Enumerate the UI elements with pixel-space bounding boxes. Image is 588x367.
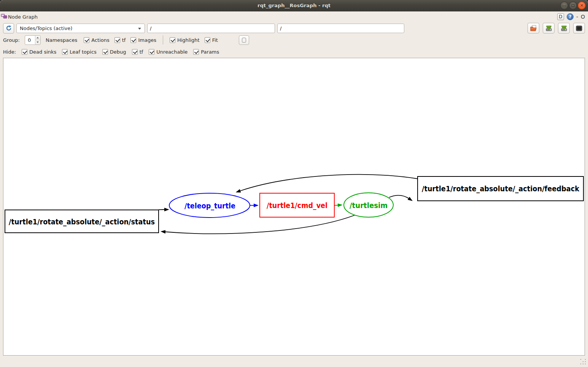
- namespace-filter-input[interactable]: [147, 24, 275, 33]
- checkbox-label: Unreachable: [156, 49, 188, 55]
- options-row: Group: 0 Namespaces Actions tf Images Hi…: [0, 34, 588, 46]
- edge-cmdvel-to-turtlesim: [335, 205, 338, 206]
- graph-node-teleop-turtle[interactable]: /teleop_turtle: [169, 193, 250, 218]
- graph-type-select[interactable]: Nodes/Topics (active): [16, 24, 145, 33]
- separator: [163, 35, 163, 44]
- checkbox-checked-icon: [22, 49, 27, 55]
- resize-grip[interactable]: [580, 359, 586, 365]
- float-dock-button[interactable]: -: [576, 14, 578, 20]
- checkbox-checked-icon: [62, 49, 68, 55]
- save-image-button[interactable]: [558, 23, 570, 33]
- checkbox-checked-icon: [132, 49, 138, 55]
- graph-toolbar: Nodes/Topics (active): [0, 22, 588, 34]
- graph-node-cmd-vel[interactable]: /turtle1/cmd_vel: [260, 193, 334, 217]
- spin-down-button[interactable]: [35, 40, 40, 44]
- topic-filter-input[interactable]: [277, 24, 404, 33]
- group-value: 0: [25, 36, 35, 44]
- checkbox-label: tf: [140, 49, 143, 55]
- checkbox-unreachable[interactable]: Unreachable: [149, 49, 188, 55]
- checkbox-fit[interactable]: Fit: [205, 37, 218, 43]
- open-dot-file-icon: [530, 25, 537, 32]
- screenshot-icon: [576, 25, 582, 31]
- maximize-button[interactable]: [569, 2, 577, 10]
- checkbox-checked-icon: [193, 49, 199, 55]
- checkbox-debug[interactable]: Debug: [102, 49, 126, 55]
- checkbox-checked-icon: [130, 37, 136, 43]
- checkbox-checked-icon: [102, 49, 108, 55]
- dock-title: Node Graph: [1, 13, 38, 21]
- graph-node-rotate-absolute-status[interactable]: /turtle1/rotate_absolute/_action/status: [5, 210, 159, 233]
- checkbox-label: Params: [201, 49, 219, 55]
- checkbox-actions[interactable]: Actions: [84, 37, 110, 43]
- refresh-button[interactable]: [3, 23, 14, 33]
- minimize-button[interactable]: —: [560, 2, 568, 10]
- dock-title-label: Node Graph: [8, 14, 38, 20]
- fit-in-view-icon: [242, 38, 246, 43]
- checkbox-checked-icon: [84, 37, 89, 43]
- graph-type-value: Nodes/Topics (active): [20, 25, 72, 31]
- spinner-arrows[interactable]: [35, 36, 40, 44]
- dock-buttons: D ? - O: [557, 13, 585, 20]
- save-dot-icon: [545, 25, 552, 32]
- close-dock-button[interactable]: O: [581, 14, 585, 20]
- checkbox-checked-icon: [205, 37, 210, 43]
- title-bar[interactable]: rqt_graph__RosGraph - rqt — ✕: [0, 0, 588, 11]
- graph-node-rotate-absolute-feedback[interactable]: /turtle1/rotate_absolute/_action/feedbac…: [418, 176, 583, 201]
- checkbox-leaf-topics[interactable]: Leaf topics: [62, 49, 97, 55]
- refresh-icon: [6, 25, 12, 31]
- graph-canvas[interactable]: /turtle1/rotate_absolute/_action/status …: [3, 58, 585, 356]
- maximize-icon: [572, 4, 574, 7]
- checkbox-label: Highlight: [177, 37, 200, 43]
- edge-feedback-to-teleop: [240, 175, 418, 191]
- edge-status-to-teleop: [159, 210, 165, 210]
- checkbox-label: Debug: [110, 49, 126, 55]
- node-label-feedback: /turtle1/rotate_absolute/_action/feedbac…: [422, 184, 580, 193]
- detach-button[interactable]: D: [557, 13, 564, 20]
- checkbox-params[interactable]: Params: [193, 49, 219, 55]
- checkbox-images[interactable]: Images: [130, 37, 156, 43]
- help-icon[interactable]: ?: [567, 13, 574, 20]
- arrow-down-icon: [37, 41, 39, 43]
- load-dot-button[interactable]: [528, 23, 539, 33]
- fit-in-view-button[interactable]: [239, 35, 249, 45]
- node-label-status: /turtle1/rotate_absolute/_action/status: [9, 217, 155, 226]
- checkbox-dead-sinks[interactable]: Dead sinks: [22, 49, 56, 55]
- checkbox-label: Fit: [212, 37, 218, 43]
- namespaces-label: Namespaces: [46, 37, 77, 43]
- group-label: Group:: [3, 37, 20, 43]
- spin-up-button[interactable]: [35, 36, 40, 40]
- checkbox-highlight[interactable]: Highlight: [170, 37, 200, 43]
- graph-node-turtlesim[interactable]: /turtlesim: [344, 193, 393, 217]
- node-label-turtlesim: /turtlesim: [350, 201, 388, 210]
- node-graph-icon: [1, 13, 7, 21]
- hide-row: Hide: Dead sinks Leaf topics Debug tf Un…: [0, 46, 588, 58]
- checkbox-label: Images: [138, 37, 156, 43]
- save-image-icon: [561, 25, 567, 32]
- node-graph-svg: /turtle1/rotate_absolute/_action/status …: [3, 58, 585, 355]
- checkbox-label: Actions: [91, 37, 110, 43]
- hide-label: Hide:: [3, 49, 16, 55]
- node-label-teleop-turtle: /teleop_turtle: [184, 201, 235, 210]
- window-title: rqt_graph__RosGraph - rqt: [0, 3, 588, 8]
- close-button[interactable]: ✕: [578, 2, 586, 10]
- chevron-down-icon: [138, 28, 141, 30]
- checkbox-label: Leaf topics: [70, 49, 97, 55]
- screenshot-button[interactable]: [573, 23, 585, 33]
- node-label-cmd-vel: /turtle1/cmd_vel: [267, 201, 327, 210]
- window-controls: — ✕: [560, 2, 586, 10]
- checkbox-label: Dead sinks: [29, 49, 56, 55]
- checkbox-checked-icon: [170, 37, 175, 43]
- dock-header: Node Graph D ? - O: [0, 11, 588, 22]
- group-spinner[interactable]: 0: [25, 35, 41, 45]
- rqt-window: rqt_graph__RosGraph - rqt — ✕ Node Graph…: [0, 0, 588, 367]
- save-dot-button[interactable]: [543, 23, 555, 33]
- checkbox-tf-hide[interactable]: tf: [132, 49, 143, 55]
- arrow-up-icon: [37, 37, 39, 38]
- checkbox-checked-icon: [114, 37, 120, 43]
- checkbox-tf-group[interactable]: tf: [114, 37, 126, 43]
- edge-turtlesim-to-feedback: [389, 195, 409, 199]
- checkbox-label: tf: [122, 37, 126, 43]
- edge-turtlesim-to-status: [165, 215, 354, 234]
- checkbox-checked-icon: [149, 49, 154, 55]
